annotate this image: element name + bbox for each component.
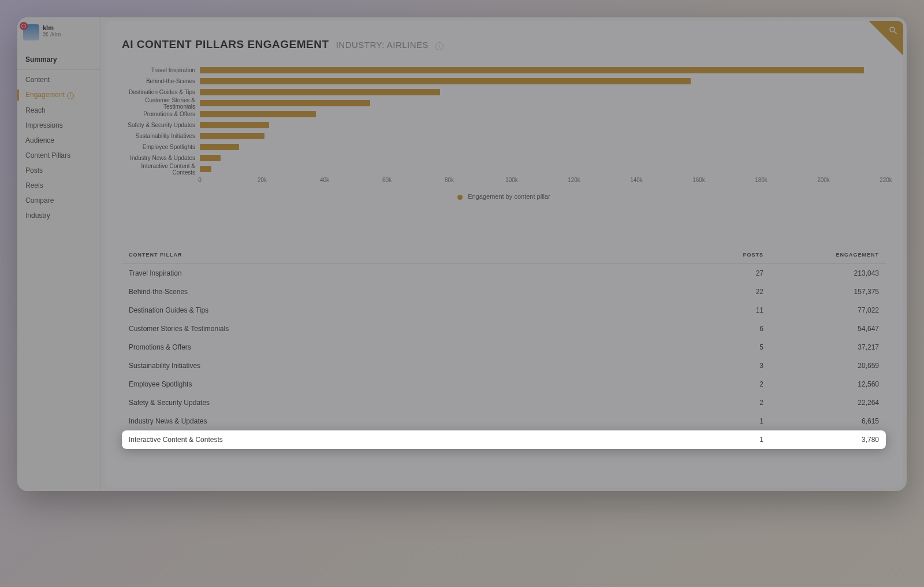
- chart-bar-track: [200, 122, 886, 128]
- sidebar-item-engagement[interactable]: Engagement!: [17, 87, 100, 103]
- td-pillar: Interactive Content & Contests: [129, 436, 694, 444]
- main-content: AI CONTENT PILLARS ENGAGEMENT INDUSTRY: …: [105, 21, 903, 488]
- chart-bar-track: [200, 111, 886, 117]
- td-posts: 3: [694, 362, 763, 370]
- chart-tick: 20k: [258, 177, 267, 183]
- chart-bar[interactable]: [200, 111, 316, 117]
- td-pillar: Industry News & Updates: [129, 417, 694, 425]
- td-engagement: 77,022: [763, 306, 879, 314]
- td-pillar: Behind-the-Scenes: [129, 288, 694, 296]
- td-pillar: Customer Stories & Testimonials: [129, 325, 694, 333]
- td-engagement: 157,375: [763, 288, 879, 296]
- td-pillar: Employee Spotlights: [129, 380, 694, 388]
- profile-name: klm: [43, 24, 61, 31]
- chart-category-label: Behind-the-Scenes: [122, 78, 200, 84]
- chart-bar[interactable]: [200, 122, 269, 128]
- table-row[interactable]: Interactive Content & Contests13,780: [122, 430, 886, 449]
- chart-bar[interactable]: [200, 155, 221, 161]
- th-engagement[interactable]: ENGAGEMENT: [763, 252, 879, 258]
- profile-block[interactable]: klm ⌘ /klm: [17, 24, 100, 47]
- chart-x-axis: 020k40k60k80k100k120k140k160k180k200k220…: [200, 177, 886, 185]
- td-pillar: Travel Inspiration: [129, 269, 694, 277]
- chart-bar-track: [200, 144, 886, 150]
- info-icon[interactable]: i: [435, 42, 444, 50]
- chart-tick: 140k: [630, 177, 643, 183]
- instagram-badge-icon: [20, 22, 28, 30]
- th-posts[interactable]: POSTS: [694, 252, 763, 258]
- chart-category-label: Industry News & Updates: [122, 155, 200, 161]
- td-engagement: 20,659: [763, 362, 879, 370]
- chart-bar-track: [200, 166, 886, 172]
- table-row[interactable]: Industry News & Updates16,615: [122, 412, 886, 430]
- chart-tick: 220k: [880, 177, 892, 183]
- td-posts: 22: [694, 288, 763, 296]
- chart-bar[interactable]: [200, 67, 864, 73]
- chart-bar[interactable]: [200, 133, 264, 139]
- td-engagement: 54,647: [763, 325, 879, 333]
- instagram-glyph-icon: ⌘: [43, 31, 49, 38]
- profile-info: klm ⌘ /klm: [43, 24, 61, 38]
- sidebar-item-content-pillars[interactable]: Content Pillars: [17, 148, 100, 163]
- chart-category-label: Safety & Security Updates: [122, 122, 200, 128]
- td-posts: 1: [694, 436, 763, 444]
- profile-handle: ⌘ /klm: [43, 31, 61, 38]
- chart-bar[interactable]: [200, 144, 239, 150]
- chart-bar[interactable]: [200, 166, 211, 172]
- chart-tick: 40k: [320, 177, 329, 183]
- chart-category-label: Promotions & Offers: [122, 111, 200, 117]
- table-row[interactable]: Sustainability Initiatives320,659: [122, 356, 886, 375]
- chart-bar[interactable]: [200, 89, 440, 95]
- td-pillar: Destination Guides & Tips: [129, 306, 694, 314]
- sidebar-item-posts[interactable]: Posts: [17, 163, 100, 178]
- sidebar-item-reach[interactable]: Reach: [17, 103, 100, 118]
- chart-tick: 120k: [568, 177, 580, 183]
- sidebar-item-impressions[interactable]: Impressions: [17, 118, 100, 133]
- chart-tick: 180k: [755, 177, 767, 183]
- sidebar-item-summary[interactable]: Summary: [17, 52, 100, 70]
- td-engagement: 3,780: [763, 436, 879, 444]
- chart-bar[interactable]: [200, 78, 691, 84]
- chart-tick: 80k: [445, 177, 454, 183]
- sidebar-item-audience[interactable]: Audience: [17, 133, 100, 148]
- table-row[interactable]: Safety & Security Updates222,264: [122, 393, 886, 412]
- td-engagement: 6,615: [763, 417, 879, 425]
- chart-tick: 100k: [505, 177, 518, 183]
- chart-bar-track: [200, 67, 886, 73]
- page-header: AI CONTENT PILLARS ENGAGEMENT INDUSTRY: …: [122, 38, 886, 51]
- table-row[interactable]: Destination Guides & Tips1177,022: [122, 301, 886, 319]
- chart-row: Travel Inspiration: [122, 65, 886, 76]
- app-window: klm ⌘ /klm Summary ContentEngagement!Rea…: [17, 17, 907, 491]
- chart-category-label: Sustainability Initiatives: [122, 133, 200, 139]
- chart-bar-track: [200, 100, 886, 106]
- td-posts: 1: [694, 417, 763, 425]
- table-row[interactable]: Behind-the-Scenes22157,375: [122, 283, 886, 301]
- td-engagement: 22,264: [763, 399, 879, 407]
- table-row[interactable]: Customer Stories & Testimonials654,647: [122, 319, 886, 338]
- table-row[interactable]: Promotions & Offers537,217: [122, 338, 886, 356]
- th-pillar[interactable]: CONTENT PILLAR: [129, 252, 694, 258]
- td-posts: 6: [694, 325, 763, 333]
- td-engagement: 37,217: [763, 343, 879, 351]
- td-posts: 27: [694, 269, 763, 277]
- td-pillar: Safety & Security Updates: [129, 399, 694, 407]
- bar-chart: Travel InspirationBehind-the-ScenesDesti…: [122, 65, 886, 200]
- sidebar: klm ⌘ /klm Summary ContentEngagement!Rea…: [17, 17, 101, 491]
- chart-category-label: Travel Inspiration: [122, 67, 200, 73]
- chart-bar[interactable]: [200, 100, 370, 106]
- table-row[interactable]: Employee Spotlights212,560: [122, 375, 886, 393]
- chart-bar-track: [200, 89, 886, 95]
- content-pillar-table: CONTENT PILLAR POSTS ENGAGEMENT Travel I…: [122, 246, 886, 449]
- chart-category-label: Employee Spotlights: [122, 144, 200, 150]
- td-engagement: 12,560: [763, 380, 879, 388]
- sidebar-item-content[interactable]: Content: [17, 72, 100, 87]
- sidebar-item-reels[interactable]: Reels: [17, 178, 100, 193]
- chart-bar-track: [200, 133, 886, 139]
- sidebar-nav: Summary ContentEngagement!ReachImpressio…: [17, 52, 100, 223]
- table-row[interactable]: Travel Inspiration27213,043: [122, 264, 886, 283]
- sidebar-item-compare[interactable]: Compare: [17, 193, 100, 208]
- td-engagement: 213,043: [763, 269, 879, 277]
- chart-tick: 200k: [817, 177, 830, 183]
- sidebar-item-industry[interactable]: Industry: [17, 208, 100, 223]
- table-header: CONTENT PILLAR POSTS ENGAGEMENT: [122, 246, 886, 264]
- td-pillar: Promotions & Offers: [129, 343, 694, 351]
